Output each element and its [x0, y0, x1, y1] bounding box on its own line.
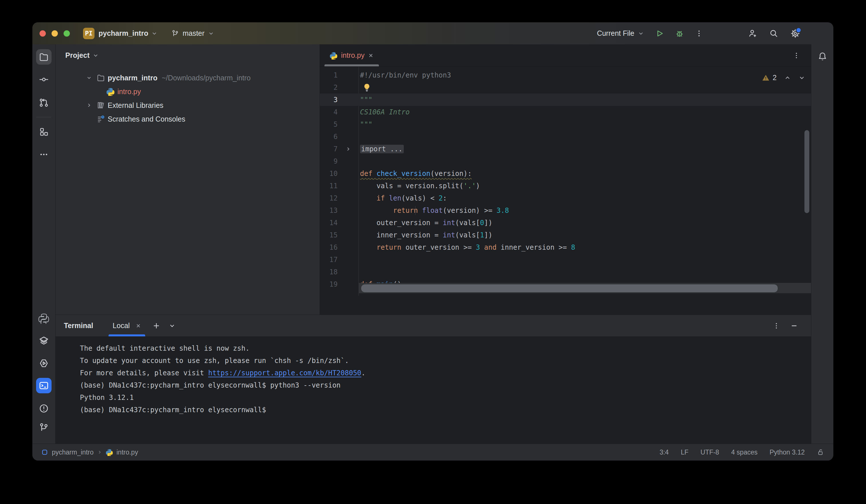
sidebar-item-python-packages[interactable] — [36, 333, 52, 348]
terminal-line[interactable]: For more details, please visit https://s… — [80, 367, 811, 379]
status-item[interactable]: Python 3.12 — [769, 448, 805, 456]
intention-bulb-icon[interactable] — [363, 83, 371, 92]
terminal-line[interactable]: The default interactive shell is now zsh… — [80, 342, 811, 354]
status-item[interactable]: UTF-8 — [700, 448, 719, 456]
branch-widget[interactable]: master — [171, 29, 214, 37]
readonly-toggle-button[interactable] — [817, 448, 825, 456]
code-line[interactable]: 9 — [320, 155, 811, 167]
tree-item-project-root[interactable]: pycharm_intro ~/Downloads/pycharm_intro — [56, 71, 320, 85]
more-actions-button[interactable] — [695, 30, 703, 37]
chevron-down-icon — [638, 30, 644, 37]
minimize-window-button[interactable] — [52, 30, 58, 37]
tree-item-scratches[interactable]: Scratches and Consoles — [56, 112, 320, 126]
sidebar-item-more-toolwindows[interactable] — [36, 147, 52, 162]
sidebar-item-project[interactable] — [36, 49, 52, 65]
terminal-line[interactable]: To update your account to use zsh, pleas… — [80, 354, 811, 367]
close-icon[interactable] — [135, 323, 141, 329]
project-widget[interactable]: pycharm_intro — [99, 29, 157, 37]
fold-arrow-icon[interactable] — [345, 146, 351, 152]
project-panel-header[interactable]: Project — [56, 44, 320, 66]
run-configuration-selector[interactable]: Current File — [597, 29, 644, 37]
status-item[interactable]: 3:4 — [659, 448, 669, 456]
terminal-line[interactable]: (base) DNa1c437c:pycharm_intro elysecorn… — [80, 379, 811, 391]
layers-icon — [38, 335, 49, 346]
chevron-down-icon — [86, 75, 92, 81]
code-line[interactable]: 11 vals = version.split('.') — [320, 180, 811, 192]
code-line[interactable]: 13 return float(version) >= 3.8 — [320, 204, 811, 217]
code-line[interactable]: 17 — [320, 253, 811, 266]
status-item[interactable]: 4 spaces — [731, 448, 757, 456]
breadcrumb-project[interactable]: pycharm_intro — [52, 448, 93, 456]
sidebar-item-version-control[interactable] — [36, 420, 52, 435]
breadcrumb: pycharm_intro intro.py — [41, 448, 138, 456]
close-window-button[interactable] — [40, 30, 46, 37]
scratches-icon — [97, 115, 105, 123]
inspections-widget[interactable]: 2 — [762, 73, 805, 82]
notifications-button[interactable] — [815, 49, 830, 64]
line-number: 13 — [320, 207, 337, 215]
warning-icon — [762, 74, 770, 82]
editor-options-button[interactable] — [793, 52, 800, 59]
project-badge[interactable]: PI — [83, 28, 95, 39]
code-line[interactable]: 6 — [320, 130, 811, 143]
code-line[interactable]: 2 — [320, 81, 811, 93]
vertical-scrollbar[interactable] — [804, 130, 809, 213]
close-icon[interactable] — [368, 53, 374, 58]
tree-item-external-libraries[interactable]: External Libraries — [56, 99, 320, 112]
code-with-me-button[interactable] — [748, 28, 757, 38]
next-problem-icon[interactable] — [798, 75, 805, 81]
sidebar-item-commit[interactable] — [36, 72, 52, 87]
new-terminal-tab-button[interactable] — [153, 322, 160, 330]
code-line[interactable]: 12 if len(vals) < 2: — [320, 192, 811, 204]
code-line[interactable]: 18 — [320, 266, 811, 278]
code-line[interactable]: 15 inner_version = int(vals[1]) — [320, 229, 811, 241]
indent-guide — [415, 206, 415, 215]
sidebar-item-problems[interactable] — [36, 401, 52, 416]
project-panel-title: Project — [65, 51, 90, 59]
tree-item-intro-py[interactable]: intro.py — [56, 85, 320, 99]
debug-button[interactable] — [675, 29, 684, 38]
sidebar-item-pull-requests[interactable] — [36, 95, 52, 111]
terminal-tab-options-button[interactable] — [169, 322, 176, 329]
line-number: 16 — [320, 243, 337, 251]
status-item[interactable]: LF — [681, 448, 688, 456]
search-everywhere-button[interactable] — [769, 28, 779, 38]
code-line[interactable]: 7import ... — [320, 143, 811, 155]
more-dots-icon — [39, 150, 48, 159]
fullscreen-window-button[interactable] — [64, 30, 70, 37]
horizontal-scrollbar[interactable] — [358, 283, 811, 293]
python-console-icon — [38, 313, 49, 324]
terminal-options-button[interactable] — [773, 322, 780, 330]
sidebar-item-python-console[interactable] — [36, 311, 52, 326]
horizontal-scrollbar-thumb[interactable] — [361, 284, 778, 293]
folded-region[interactable]: import ... — [360, 145, 404, 153]
line-number: 18 — [320, 268, 337, 276]
python-file-icon — [330, 51, 337, 59]
code-line[interactable]: 3""" — [320, 93, 811, 106]
code-line[interactable]: 16 return outer_version >= 3 and inner_v… — [320, 241, 811, 253]
terminal-title[interactable]: Terminal — [64, 321, 93, 330]
hide-toolwindow-button[interactable] — [790, 322, 798, 330]
code-line[interactable]: 4CS106A Intro — [320, 106, 811, 118]
terminal-link[interactable]: https://support.apple.com/kb/HT208050 — [208, 369, 362, 377]
code-line[interactable]: 14 outer_version = int(vals[0]) — [320, 217, 811, 229]
settings-button[interactable] — [790, 28, 800, 38]
terminal-line[interactable]: Python 3.12.1 — [80, 391, 811, 404]
line-number: 3 — [320, 96, 337, 104]
run-button[interactable] — [655, 29, 664, 38]
status-widgets: 3:4LFUTF-84 spacesPython 3.12 — [659, 448, 825, 456]
terminal-output[interactable]: The default interactive shell is now zsh… — [56, 336, 811, 444]
previous-problem-icon[interactable] — [784, 75, 791, 81]
kebab-menu-icon — [793, 52, 800, 59]
sidebar-item-structure[interactable] — [36, 124, 52, 140]
editor-tab-intro-py[interactable]: intro.py — [324, 44, 379, 66]
breadcrumb-file[interactable]: intro.py — [116, 448, 138, 456]
code-editor[interactable]: 1#!/usr/bin/env python323"""4CS106A Intr… — [320, 67, 811, 314]
sidebar-item-services[interactable] — [36, 356, 52, 371]
code-line[interactable]: 1#!/usr/bin/env python3 — [320, 69, 811, 81]
code-line[interactable]: 5""" — [320, 118, 811, 130]
terminal-tab-local[interactable]: Local — [109, 315, 145, 336]
code-line[interactable]: 10def check_version(version): — [320, 167, 811, 180]
terminal-line[interactable]: (base) DNa1c437c:pycharm_intro elysecorn… — [80, 404, 811, 416]
sidebar-item-terminal[interactable] — [36, 378, 52, 393]
